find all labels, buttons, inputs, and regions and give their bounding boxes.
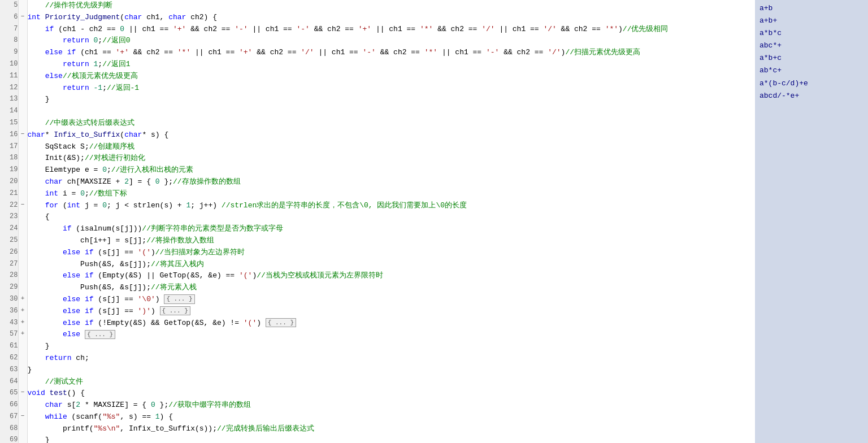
fold-control[interactable] xyxy=(18,141,27,153)
table-row: 64 //测试文件 xyxy=(0,376,755,388)
code-line: ch[i++] = s[j];//将操作数放入数组 xyxy=(27,235,755,247)
fold-control[interactable]: + xyxy=(18,294,27,306)
sidebar-panel: a+b a+b+ a*b*c abc*+ a*b+c ab*c+ a*(b-c/… xyxy=(755,0,868,443)
fold-control[interactable] xyxy=(18,235,27,247)
fold-control[interactable] xyxy=(18,376,27,388)
fold-control[interactable] xyxy=(18,223,27,235)
line-number: 30 xyxy=(0,294,18,306)
list-item: a*b+c xyxy=(760,52,863,64)
fold-control[interactable]: + xyxy=(18,329,27,341)
fold-control[interactable] xyxy=(18,364,27,376)
table-row: 21 int i = 0;//数组下标 xyxy=(0,188,755,200)
line-number: 67 xyxy=(0,411,18,423)
fold-control[interactable] xyxy=(18,118,27,129)
fold-control[interactable] xyxy=(18,47,27,59)
fold-control[interactable] xyxy=(18,282,27,294)
code-line: char s[2 * MAXSIZE] = { 0 };//获取中缀字符串的数组 xyxy=(27,399,755,411)
code-line: printf("%s\n", Infix_to_Suffix(s));//完成转… xyxy=(27,423,755,435)
line-number: 11 xyxy=(0,71,18,82)
fold-control[interactable] xyxy=(18,188,27,200)
list-item: a+b xyxy=(760,2,863,15)
line-number: 26 xyxy=(0,247,18,259)
list-item: ab*c+ xyxy=(760,64,863,77)
fold-control[interactable] xyxy=(18,35,27,47)
table-row: 24 if (isalnum(s[j]))//判断字符串的元素类型是否为数字或字… xyxy=(0,223,755,235)
code-line: void test() { xyxy=(27,388,755,399)
fold-control[interactable] xyxy=(18,0,27,12)
table-row: 17 SqStack S;//创建顺序栈 xyxy=(0,141,755,153)
fold-control[interactable] xyxy=(18,399,27,411)
fold-control[interactable] xyxy=(18,59,27,71)
line-number: 18 xyxy=(0,153,18,164)
fold-control[interactable] xyxy=(18,211,27,223)
line-number: 16 xyxy=(0,129,18,141)
fold-control[interactable]: + xyxy=(18,318,27,329)
fold-control[interactable] xyxy=(18,341,27,353)
fold-control[interactable] xyxy=(18,164,27,176)
fold-control[interactable]: − xyxy=(18,129,27,141)
fold-control[interactable] xyxy=(18,247,27,259)
code-line: if (isalnum(s[j]))//判断字符串的元素类型是否为数字或字母 xyxy=(27,223,755,235)
table-row: 26 else if (s[j] == '(')//当扫描对象为左边界符时 xyxy=(0,247,755,259)
code-line: return -1;//返回-1 xyxy=(27,82,755,94)
table-row: 10 return 1;//返回1 xyxy=(0,59,755,71)
fold-control[interactable]: − xyxy=(18,12,27,24)
line-number: 17 xyxy=(0,141,18,153)
line-number: 68 xyxy=(0,423,18,435)
list-item: abc*+ xyxy=(760,40,863,52)
table-row: 57 + else { ... } xyxy=(0,329,755,341)
fold-control[interactable] xyxy=(18,270,27,282)
table-row: 25 ch[i++] = s[j];//将操作数放入数组 xyxy=(0,235,755,247)
table-row: 23 { xyxy=(0,211,755,223)
table-row: 68 printf("%s\n", Infix_to_Suffix(s));//… xyxy=(0,423,755,435)
fold-control[interactable] xyxy=(18,82,27,94)
code-line: else if (s[j] == '\0') { ... } xyxy=(27,294,755,306)
fold-box[interactable]: { ... } xyxy=(266,318,296,327)
table-row: 29 Push(&S, &s[j]);//将元素入栈 xyxy=(0,282,755,294)
fold-control[interactable]: − xyxy=(18,411,27,423)
fold-control[interactable] xyxy=(18,259,27,271)
fold-control[interactable] xyxy=(18,94,27,106)
code-line: for (int j = 0; j < strlen(s) + 1; j++) … xyxy=(27,200,755,212)
code-line: while (scanf("%s", s) == 1) { xyxy=(27,411,755,423)
fold-control[interactable]: − xyxy=(18,200,27,212)
code-table: 5 //操作符优先级判断 6 − int Priority_Judgment(c… xyxy=(0,0,755,443)
code-line: if (ch1 - ch2 == 0 || ch1 == '+' && ch2 … xyxy=(27,24,755,36)
fold-control[interactable] xyxy=(18,106,27,118)
code-line: else if (s[j] == '(')//当扫描对象为左边界符时 xyxy=(27,247,755,259)
fold-control[interactable] xyxy=(18,153,27,164)
fold-control[interactable] xyxy=(18,353,27,364)
table-row: 15 //中缀表达式转后缀表达式 xyxy=(0,118,755,129)
fold-box[interactable]: { ... } xyxy=(160,306,190,315)
fold-control[interactable]: + xyxy=(18,306,27,318)
fold-control[interactable]: − xyxy=(18,388,27,399)
fold-box[interactable]: { ... } xyxy=(85,330,115,339)
line-number: 9 xyxy=(0,47,18,59)
code-editor[interactable]: 5 //操作符优先级判断 6 − int Priority_Judgment(c… xyxy=(0,0,755,443)
code-line: else if (ch1 == '+' && ch2 == '*' || ch1… xyxy=(27,47,755,59)
table-row: 19 Elemtype e = 0;//进行入栈和出栈的元素 xyxy=(0,164,755,176)
list-item: a+b+ xyxy=(760,15,863,27)
line-number: 22 xyxy=(0,200,18,212)
table-row: 66 char s[2 * MAXSIZE] = { 0 };//获取中缀字符串… xyxy=(0,399,755,411)
fold-control[interactable] xyxy=(18,176,27,188)
fold-control[interactable] xyxy=(18,423,27,435)
table-row: 5 //操作符优先级判断 xyxy=(0,0,755,12)
table-row: 13 } xyxy=(0,94,755,106)
line-number: 62 xyxy=(0,353,18,364)
table-row: 62 return ch; xyxy=(0,353,755,364)
table-row: 43 + else if (!Empty(&S) && GetTop(&S, &… xyxy=(0,318,755,329)
line-number: 20 xyxy=(0,176,18,188)
table-row: 14 xyxy=(0,106,755,118)
fold-control[interactable] xyxy=(18,24,27,36)
fold-control[interactable] xyxy=(18,71,27,82)
code-line: //中缀表达式转后缀表达式 xyxy=(27,118,755,129)
fold-control[interactable] xyxy=(18,435,27,443)
code-line: //测试文件 xyxy=(27,376,755,388)
code-line xyxy=(27,106,755,118)
line-number: 19 xyxy=(0,164,18,176)
line-number: 7 xyxy=(0,24,18,36)
fold-box[interactable]: { ... } xyxy=(164,294,194,303)
table-row: 7 if (ch1 - ch2 == 0 || ch1 == '+' && ch… xyxy=(0,24,755,36)
list-item: a*(b-c/d)+e xyxy=(760,77,863,90)
